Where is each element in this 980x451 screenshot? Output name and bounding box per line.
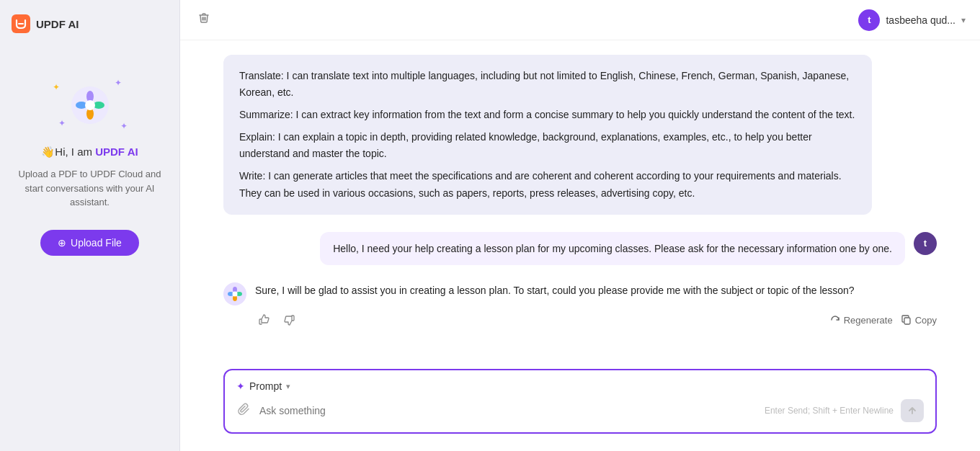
input-hint-text: Enter Send; Shift + Enter Newline: [765, 406, 894, 416]
ai-actions-bar: Regenerate Copy: [255, 313, 937, 327]
ai-intro-line-3: Explain: I can explain a topic in depth,…: [239, 129, 856, 162]
greeting-text: 👋Hi, I am UPDF AI: [41, 146, 138, 158]
input-bottom-row: Enter Send; Shift + Enter Newline: [236, 399, 924, 422]
main-header: t tasbeeha qud... ▾: [180, 0, 980, 40]
sparkle-tl-icon: ✦: [53, 82, 60, 92]
user-name-text: tasbeeha qud...: [886, 14, 956, 26]
copy-label: Copy: [915, 315, 937, 326]
logo-area: UPDF AI: [12, 14, 79, 33]
sparkle-bl-icon: ✦: [58, 118, 66, 128]
chat-input[interactable]: [259, 405, 757, 416]
sparkle-tr-icon: ✦: [115, 78, 122, 88]
ai-intro-message: Translate: I can translate text into mul…: [223, 55, 872, 215]
send-icon: [907, 406, 917, 416]
ai-avatar-small: [223, 282, 246, 305]
input-box: ✦ Prompt ▾ Enter Send; Shift + Enter New…: [223, 369, 937, 434]
user-message-row: Hello, I need your help creating a lesso…: [223, 232, 937, 265]
brand-name: UPDF AI: [95, 146, 138, 158]
thumbs-up-icon: [258, 314, 270, 326]
chat-area: Translate: I can translate text into mul…: [180, 40, 980, 360]
send-button[interactable]: [901, 399, 924, 422]
input-top-row: ✦ Prompt ▾: [236, 380, 924, 392]
sparkle-br-icon: ✦: [120, 121, 128, 131]
ai-response-content: Sure, I will be glad to assist you in cr…: [223, 282, 937, 305]
plus-icon: ⊕: [58, 237, 66, 249]
attach-button[interactable]: [236, 401, 252, 421]
paperclip-icon: [238, 403, 251, 416]
user-avatar: t: [858, 9, 880, 31]
input-area: ✦ Prompt ▾ Enter Send; Shift + Enter New…: [180, 360, 980, 451]
ai-response-text: Sure, I will be glad to assist you in cr…: [255, 282, 937, 298]
ai-intro-line-1: Translate: I can translate text into mul…: [239, 68, 856, 101]
svg-rect-16: [904, 318, 910, 324]
svg-point-15: [233, 292, 238, 297]
app-title: UPDF AI: [36, 18, 79, 30]
sidebar: UPDF AI ✦ ✦ ✦ ✦ 👋Hi, I am UPDF AI Upload…: [0, 0, 180, 451]
user-menu[interactable]: t tasbeeha qud... ▾: [858, 9, 966, 31]
prompt-chevron-icon[interactable]: ▾: [286, 382, 290, 391]
thumbs-down-icon: [284, 314, 295, 326]
user-avatar-initial: t: [924, 238, 927, 249]
regenerate-icon: [830, 315, 840, 325]
regenerate-button[interactable]: Regenerate: [830, 315, 893, 326]
main-panel: t tasbeeha qud... ▾ Translate: I can tra…: [180, 0, 980, 451]
copy-button[interactable]: Copy: [901, 315, 937, 326]
updf-ai-center-icon: [71, 86, 109, 124]
user-bubble: Hello, I need your help creating a lesso…: [320, 232, 905, 265]
thumbs-up-button[interactable]: [255, 313, 272, 327]
sidebar-description: Upload a PDF to UPDF Cloud and start con…: [12, 167, 168, 210]
prompt-label: Prompt: [249, 380, 282, 392]
upload-file-button[interactable]: ⊕ Upload File: [40, 230, 139, 256]
ai-intro-line-2: Summarize: I can extract key information…: [239, 107, 856, 123]
svg-point-7: [85, 100, 95, 110]
updf-logo-icon: [12, 14, 30, 33]
prompt-sparkle-icon: ✦: [236, 380, 245, 392]
user-initial: t: [868, 14, 870, 25]
updf-ai-small-icon: [227, 286, 243, 302]
trash-icon: [197, 12, 210, 24]
thumbs-down-button[interactable]: [281, 313, 298, 327]
ai-graphic: ✦ ✦ ✦ ✦: [47, 76, 133, 134]
upload-button-label: Upload File: [71, 237, 122, 249]
copy-icon: [901, 315, 912, 325]
chevron-down-icon: ▾: [961, 15, 966, 25]
ai-intro-line-4: Write: I can generate articles that meet…: [239, 168, 856, 201]
ai-response-row: Sure, I will be glad to assist you in cr…: [223, 282, 937, 327]
regenerate-label: Regenerate: [844, 315, 893, 326]
user-avatar-small: t: [914, 232, 937, 255]
clear-chat-button[interactable]: [195, 9, 213, 31]
